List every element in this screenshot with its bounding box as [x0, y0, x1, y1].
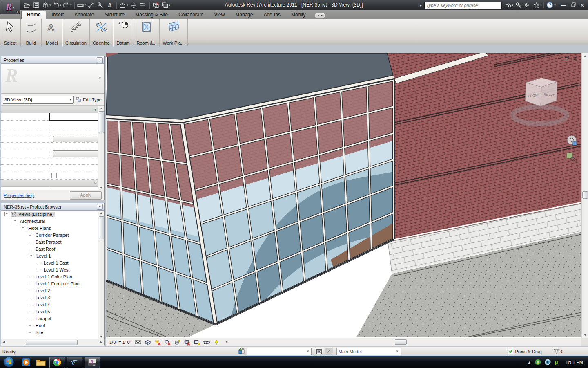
scroll-left-icon[interactable]: ◀: [225, 340, 227, 343]
properties-vertical-scrollbar[interactable]: ▲▼: [98, 106, 104, 190]
view-restore-icon[interactable]: [565, 56, 569, 61]
scroll-down-icon[interactable]: ▼: [583, 334, 587, 337]
scrollbar-thumb[interactable]: [395, 339, 407, 345]
tab-manage[interactable]: Manage: [230, 11, 258, 19]
filter-button[interactable]: :0: [553, 348, 564, 355]
tree-item-views-discipline-[interactable]: −Views (Discipline): [1, 211, 104, 218]
design-options-dropdown[interactable]: Main Model ▼: [336, 348, 401, 355]
project-browser-title-bar[interactable]: NER-35.rvt - Project Browser ×: [1, 203, 104, 211]
tree-collapse-icon[interactable]: −: [21, 226, 25, 230]
tab-structure[interactable]: Structure: [99, 11, 130, 19]
hidden-icons-arrow[interactable]: ▲: [528, 360, 531, 364]
resize-grip[interactable]: [581, 338, 588, 346]
key-icon[interactable]: [514, 1, 523, 9]
redo-icon[interactable]: ▾: [62, 1, 72, 9]
revit-icon[interactable]: R A: [85, 357, 100, 368]
chrome-icon[interactable]: [49, 357, 65, 368]
property-value[interactable]: [49, 165, 104, 172]
edit-button[interactable]: [53, 150, 102, 157]
text-icon[interactable]: A: [105, 1, 114, 9]
tree-item-level-1-furniture-plan[interactable]: Level 1 Furniture Plan: [1, 280, 104, 287]
explorer-icon[interactable]: [35, 357, 47, 368]
3d-view-icon[interactable]: ▾: [118, 1, 129, 9]
steering-wheel-icon[interactable]: [573, 141, 577, 145]
scroll-left-icon[interactable]: ◀: [3, 341, 5, 344]
tab-annotate[interactable]: Annotate: [69, 11, 99, 19]
shadows-off-icon[interactable]: [164, 339, 171, 346]
measure-icon[interactable]: ▾: [76, 1, 87, 9]
start-orb[interactable]: [3, 357, 14, 368]
browser-horizontal-scrollbar[interactable]: ◀ ▶: [1, 339, 104, 346]
tab-massing-site[interactable]: Massing & Site: [130, 11, 173, 19]
collapse-icon[interactable]: «: [94, 108, 98, 111]
scroll-up-icon[interactable]: ▲: [583, 54, 587, 57]
crop-off-icon[interactable]: [183, 339, 191, 346]
tree-item-east-roof[interactable]: East Roof: [1, 245, 104, 252]
tree-item-level-3[interactable]: Level 3: [1, 294, 104, 301]
panel-button-build[interactable]: Build: [21, 19, 42, 46]
properties-title-bar[interactable]: Properties ×: [1, 56, 104, 64]
tag-icon[interactable]: 1: [96, 1, 105, 9]
section-graphics[interactable]: «: [1, 106, 104, 113]
media-player-icon[interactable]: [20, 357, 32, 368]
type-selector-dropdown[interactable]: 3D View: {3D} ▼: [3, 96, 74, 104]
property-value[interactable]: [49, 128, 104, 135]
property-value[interactable]: [49, 121, 104, 128]
tree-item-level-1-east[interactable]: Level 1 East: [1, 259, 104, 266]
tree-item-east-parapet[interactable]: East Parapet: [1, 238, 104, 245]
scroll-down-icon[interactable]: ▼: [99, 186, 103, 189]
open-icon[interactable]: [22, 1, 31, 9]
utorrent-icon[interactable]: µ: [555, 359, 560, 366]
collapse-icon[interactable]: «: [94, 182, 98, 184]
tree-item-level-1-west[interactable]: Level 1 West: [1, 266, 104, 273]
reveal-hidden-icon[interactable]: [213, 339, 220, 346]
save-icon[interactable]: [32, 1, 41, 9]
scroll-up-icon[interactable]: ▲: [99, 211, 103, 214]
drawing-area[interactable]: FRONT RIGHT – ×: [106, 53, 588, 346]
scroll-up-icon[interactable]: ▲: [99, 107, 103, 110]
search-input[interactable]: [424, 2, 502, 9]
close-icon[interactable]: ×: [97, 204, 103, 210]
visual-style-icon[interactable]: [144, 339, 151, 346]
sync-icon[interactable]: ▾: [41, 1, 51, 9]
view-vertical-scrollbar[interactable]: ▲ ▼: [581, 53, 588, 338]
tree-item-floor-plans[interactable]: −Floor Plans: [1, 224, 104, 231]
infocenter-flyout-icon[interactable]: ▸: [420, 3, 422, 7]
tree-item-level-4[interactable]: Level 4: [1, 301, 104, 308]
press-drag-toggle[interactable]: Press & Drag: [508, 349, 541, 354]
3d-view-scene[interactable]: FRONT RIGHT: [106, 53, 581, 337]
section-identity-data[interactable]: «: [1, 180, 104, 187]
apply-button[interactable]: Apply: [70, 191, 102, 200]
scale-icon[interactable]: [134, 339, 142, 346]
tree-item-level-1[interactable]: −Level 1: [1, 252, 104, 259]
sun-path-checkbox[interactable]: [51, 173, 57, 178]
ribbon-display-toggle[interactable]: ▲ ▾: [315, 13, 325, 18]
tree-item-roof[interactable]: Roof: [1, 322, 104, 329]
star-icon[interactable]: [532, 1, 541, 9]
view-minimize-icon[interactable]: –: [558, 56, 561, 61]
scrollbar-thumb[interactable]: [582, 191, 588, 199]
tab-view[interactable]: View: [209, 11, 230, 19]
tree-item-level-1-color-plan[interactable]: Level 1 Color Plan: [1, 273, 104, 280]
tree-item-architectural[interactable]: −Architectural: [1, 218, 104, 224]
tab-insert[interactable]: Insert: [46, 11, 69, 19]
scrollbar-thumb[interactable]: [99, 216, 104, 239]
close-icon[interactable]: ×: [97, 57, 103, 63]
panel-button-room-[interactable]: Room &...: [134, 19, 160, 46]
idm-icon[interactable]: [535, 359, 541, 366]
edit-type-button[interactable]: Edit Type: [76, 97, 102, 102]
close-button[interactable]: ×: [581, 2, 584, 9]
switch-windows-icon[interactable]: ▾: [161, 1, 171, 9]
worksets-dropdown[interactable]: ▼: [247, 348, 312, 355]
property-value[interactable]: [49, 157, 104, 164]
tab-add-ins[interactable]: Add-Ins: [258, 11, 286, 19]
tab-modify[interactable]: Modify: [286, 11, 311, 19]
tab-collaborate[interactable]: Collaborate: [173, 11, 209, 19]
property-value[interactable]: [49, 143, 104, 150]
view-horizontal-scrollbar[interactable]: ◀ ▶: [223, 338, 588, 346]
edit-button[interactable]: [53, 136, 102, 142]
tab-home[interactable]: Home: [21, 11, 46, 19]
dimension-icon[interactable]: [87, 1, 96, 9]
panel-button-datum[interactable]: -1Datum: [113, 19, 134, 46]
render-icon[interactable]: [174, 339, 181, 346]
